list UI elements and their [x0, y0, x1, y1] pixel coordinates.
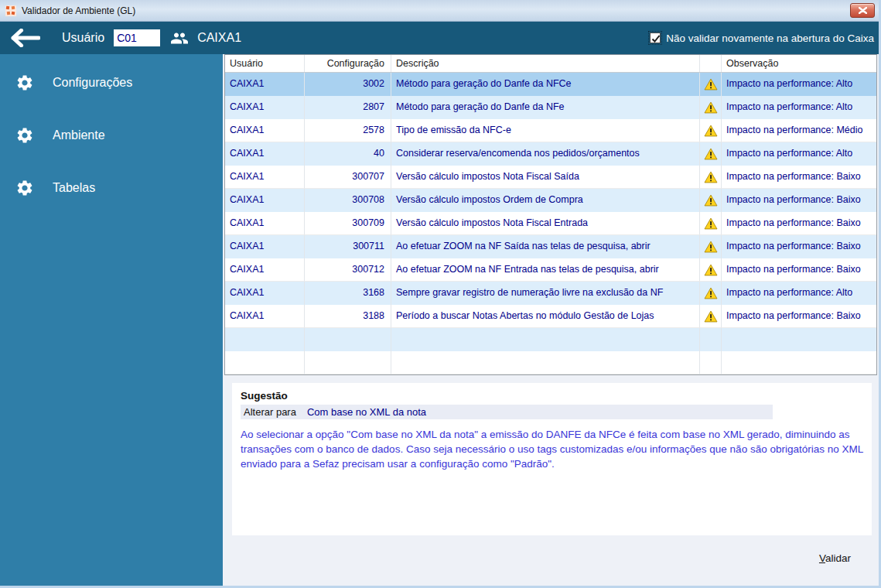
sidebar-item-label: Ambiente: [53, 128, 105, 142]
validate-button[interactable]: Validar: [819, 552, 851, 564]
col-header-observacao[interactable]: Observação: [722, 55, 876, 72]
table-row[interactable]: [225, 351, 876, 374]
cell-usuario: CAIXA1: [225, 235, 305, 258]
cell-descricao: Ao efetuar ZOOM na NF Entrada nas telas …: [391, 258, 700, 282]
table-row[interactable]: CAIXA1 40 Considerar reserva/encomenda n…: [225, 142, 876, 166]
cell-observacao: Impacto na performance: Baixo: [722, 166, 876, 189]
cell-configuracao: 300707: [305, 166, 391, 189]
col-header-usuario[interactable]: Usuário: [225, 55, 305, 72]
warning-icon: [704, 194, 718, 207]
cell-configuracao: 300711: [305, 235, 391, 258]
cell-configuracao: 3188: [305, 305, 391, 328]
table-body: CAIXA1 3002 Método para geração do Danfe…: [225, 73, 876, 374]
table-row[interactable]: CAIXA1 300708 Versão cálculo impostos Or…: [225, 189, 876, 212]
cell-observacao: Impacto na performance: Baixo: [722, 189, 876, 212]
cell-descricao: Período a buscar Notas Abertas no módulo…: [391, 305, 700, 328]
cell-observacao: Impacto na performance: Médio: [722, 119, 876, 142]
validate-again-option[interactable]: Não validar novamente na abertura do Cai…: [650, 22, 874, 54]
table-row[interactable]: CAIXA1 2578 Tipo de emissão da NFC-e Imp…: [225, 119, 876, 142]
cell-descricao: [391, 351, 700, 374]
cell-configuracao: [305, 351, 391, 374]
cell-configuracao: 3168: [305, 282, 391, 305]
window-title: Validador de Ambiente (GL): [22, 5, 135, 16]
warning-icon: [704, 287, 718, 299]
warning-icon: [704, 78, 718, 91]
warning-icon: [704, 310, 718, 323]
table-row[interactable]: CAIXA1 3188 Período a buscar Notas Abert…: [225, 305, 876, 328]
cell-usuario: CAIXA1: [225, 305, 305, 328]
gear-icon: [15, 126, 34, 145]
validate-again-checkbox[interactable]: [650, 32, 661, 43]
cell-observacao: Impacto na performance: Baixo: [722, 258, 876, 282]
cell-descricao: Versão cálculo impostos Nota Fiscal Entr…: [391, 212, 700, 235]
sidebar-item-tabelas[interactable]: Tabelas: [0, 176, 223, 200]
table-row[interactable]: CAIXA1 300711 Ao efetuar ZOOM na NF Saíd…: [225, 235, 876, 258]
warning-icon: [704, 264, 718, 276]
suggestion-title: Sugestão: [241, 390, 863, 402]
cell-icon: [700, 235, 722, 258]
close-button[interactable]: [850, 3, 875, 18]
table-row[interactable]: CAIXA1 300712 Ao efetuar ZOOM na NF Entr…: [225, 258, 876, 282]
cell-descricao: Ao efetuar ZOOM na NF Saída nas telas de…: [391, 235, 700, 258]
warning-icon: [704, 241, 718, 253]
change-to-label: Alterar para: [244, 406, 296, 418]
app-icon: [5, 5, 17, 17]
suggestion-description: Ao selecionar a opção "Com base no XML d…: [241, 427, 863, 471]
table-row[interactable]: CAIXA1 300709 Versão cálculo impostos No…: [225, 212, 876, 235]
col-header-icon: [700, 55, 722, 72]
suggestion-panel: Sugestão Alterar para Com base no XML da…: [232, 383, 872, 535]
table-row[interactable]: CAIXA1 300707 Versão cálculo impostos No…: [225, 166, 876, 189]
cell-icon: [700, 73, 722, 96]
cell-observacao: [722, 328, 876, 351]
cell-descricao: Versão cálculo impostos Nota Fiscal Saíd…: [391, 166, 700, 189]
sidebar-item-configuracoes[interactable]: Configurações: [0, 71, 223, 94]
cell-icon: [700, 212, 722, 235]
table-row[interactable]: CAIXA1 3002 Método para geração do Danfe…: [225, 73, 876, 96]
suggestion-change-row: Alterar para Com base no XML da nota: [241, 405, 773, 419]
cell-observacao: Impacto na performance: Baixo: [722, 305, 876, 328]
user-label: Usuário: [62, 31, 104, 45]
warning-icon: [704, 125, 718, 137]
cell-configuracao: 300712: [305, 258, 391, 282]
table-row[interactable]: CAIXA1 3168 Sempre gravar registro de nu…: [225, 282, 876, 305]
table-row[interactable]: CAIXA1 2807 Método para geração do Danfe…: [225, 96, 876, 119]
users-icon: [168, 30, 191, 46]
cell-observacao: Impacto na performance: Baixo: [722, 212, 876, 235]
cell-configuracao: [305, 328, 391, 351]
warning-icon: [704, 148, 718, 160]
cell-icon: [700, 119, 722, 142]
cell-descricao: [391, 328, 700, 351]
cell-usuario: CAIXA1: [225, 282, 305, 305]
sidebar: Configurações Ambiente Tabelas: [0, 54, 223, 588]
cell-icon: [700, 96, 722, 119]
cell-descricao: Método para geração do Danfe da NFe: [391, 96, 700, 119]
cashier-name: CAIXA1: [197, 31, 241, 45]
cell-icon: [700, 305, 722, 328]
cell-observacao: Impacto na performance: Alto: [722, 142, 876, 166]
cell-descricao: Tipo de emissão da NFC-e: [391, 119, 700, 142]
cell-icon: [700, 258, 722, 282]
cell-descricao: Considerar reserva/encomenda nos pedidos…: [391, 142, 700, 166]
cell-usuario: [225, 328, 305, 351]
cell-observacao: Impacto na performance: Alto: [722, 96, 876, 119]
cell-configuracao: 2807: [305, 96, 391, 119]
cell-observacao: [722, 351, 876, 374]
cell-usuario: CAIXA1: [225, 258, 305, 282]
cell-icon: [700, 189, 722, 212]
table-header: Usuário Configuração Descrição Observaçã…: [225, 55, 876, 73]
gear-icon: [15, 179, 34, 197]
back-arrow-icon[interactable]: [9, 29, 40, 47]
cell-usuario: CAIXA1: [225, 142, 305, 166]
sidebar-item-ambiente[interactable]: Ambiente: [0, 124, 223, 147]
col-header-descricao[interactable]: Descrição: [391, 55, 700, 72]
cell-observacao: Impacto na performance: Baixo: [722, 235, 876, 258]
cell-usuario: CAIXA1: [225, 96, 305, 119]
table-row[interactable]: [225, 328, 876, 351]
col-header-configuracao[interactable]: Configuração: [305, 55, 391, 72]
warning-icon: [704, 217, 718, 230]
sidebar-item-label: Tabelas: [53, 181, 95, 195]
cell-icon: [700, 142, 722, 166]
cell-configuracao: 2578: [305, 119, 391, 142]
user-code-input[interactable]: [114, 29, 160, 46]
cell-observacao: Impacto na performance: Alto: [722, 282, 876, 305]
